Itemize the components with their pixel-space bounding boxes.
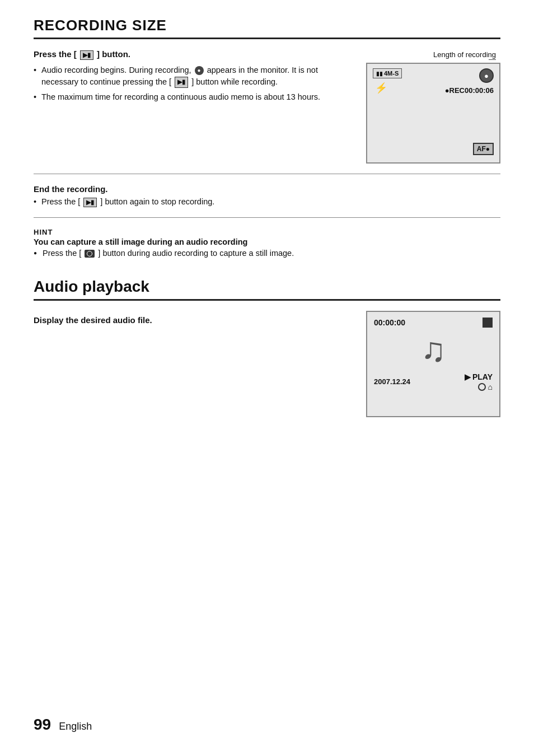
play-icons: ▶ PLAY ⌂ — [465, 372, 493, 391]
af-icon: AF● — [473, 143, 494, 155]
hint-section: HINT You can capture a still image durin… — [34, 228, 500, 258]
play-text: PLAY — [472, 372, 493, 381]
playback-time: 00:00:00 — [374, 318, 405, 327]
page-language: English — [59, 721, 92, 732]
step1-heading: Press the [ ▶▮ ] button. — [34, 49, 349, 60]
step1-bullets: Audio recording begins. During recording… — [34, 64, 349, 103]
screen-top-row: ▮▮ 4M-S ⚡ ● ●REC00:00:06 — [373, 68, 494, 95]
playback-section-divider — [34, 299, 500, 301]
stop-button-icon: ▶▮ — [83, 198, 97, 207]
end-recording-section: End the recording. Press the [ ▶▮ ] butt… — [34, 184, 500, 207]
spacer1 — [34, 258, 500, 278]
hint-subheading: You can capture a still image during an … — [34, 237, 500, 246]
playback-bottom-row: 2007.12.24 ▶ PLAY ⌂ — [374, 372, 493, 391]
recording-size-section: RECORDING SIZE Press the [ ▶▮ ] button. … — [34, 17, 500, 258]
mic-icon: ● — [195, 66, 204, 75]
playback-top-row: 00:00:00 — [374, 318, 493, 328]
page-number: 99 — [34, 716, 51, 734]
playback-screen: 00:00:00 ♫ 2007.12.24 ▶ PLAY ⌂ — [366, 311, 500, 417]
hint-bullet: Press the [ ] button during audio record… — [34, 249, 500, 258]
circle-icon — [478, 383, 486, 391]
audio-playback-section: Audio playback Display the desired audio… — [34, 278, 500, 417]
mode-label: ▮▮ 4M-S — [373, 68, 402, 78]
record-button-icon: ▶▮ — [80, 50, 93, 60]
rec-time: ●REC00:00:06 — [445, 86, 494, 95]
page-title: RECORDING SIZE — [34, 17, 500, 34]
music-note-icon: ♫ — [374, 333, 493, 367]
section-divider-top — [34, 38, 500, 39]
camera-screen-container: Length of recording — ▮▮ 4M-S ⚡ — [366, 63, 500, 164]
audio-playback-title: Audio playback — [34, 278, 500, 296]
mode-text: 4M-S — [384, 70, 399, 77]
step1-bullet1: Audio recording begins. During recording… — [34, 64, 349, 88]
step1-text: Press the [ ▶▮ ] button. Audio recording… — [34, 49, 349, 164]
divider-after-step1 — [34, 174, 500, 174]
memory-icon: ▮▮ — [376, 71, 383, 77]
step1-bullet2: The maximum time for recording a continu… — [34, 91, 349, 103]
stop-icon — [483, 318, 493, 328]
divider-after-end — [34, 217, 500, 218]
record-button-icon2: ▶▮ — [175, 77, 188, 88]
recording-screen: ▮▮ 4M-S ⚡ ● ●REC00:00:06 AF● — [366, 63, 500, 164]
end-text: Press the [ ▶▮ ] button again to stop re… — [34, 197, 500, 207]
step1-block: Press the [ ▶▮ ] button. Audio recording… — [34, 49, 500, 164]
lightning-icon: ⚡ — [373, 82, 402, 94]
playback-date: 2007.12.24 — [374, 377, 410, 386]
play-label: ▶ PLAY — [465, 372, 493, 381]
display-heading: Display the desired audio file. — [34, 311, 349, 325]
screen-inner: ▮▮ 4M-S ⚡ ● ●REC00:00:06 AF● — [367, 64, 499, 162]
mic-recording-icon: ● — [479, 68, 494, 83]
page-footer: 99 English — [34, 716, 92, 734]
home-icon: ⌂ — [488, 382, 493, 391]
hint-label: HINT — [34, 228, 500, 236]
camera-shutter-icon — [85, 250, 95, 258]
length-label: Length of recording — [433, 50, 496, 59]
end-heading: End the recording. — [34, 184, 500, 194]
af-box-container: AF● — [473, 143, 494, 155]
playback-block: Display the desired audio file. 00:00:00… — [34, 311, 500, 417]
